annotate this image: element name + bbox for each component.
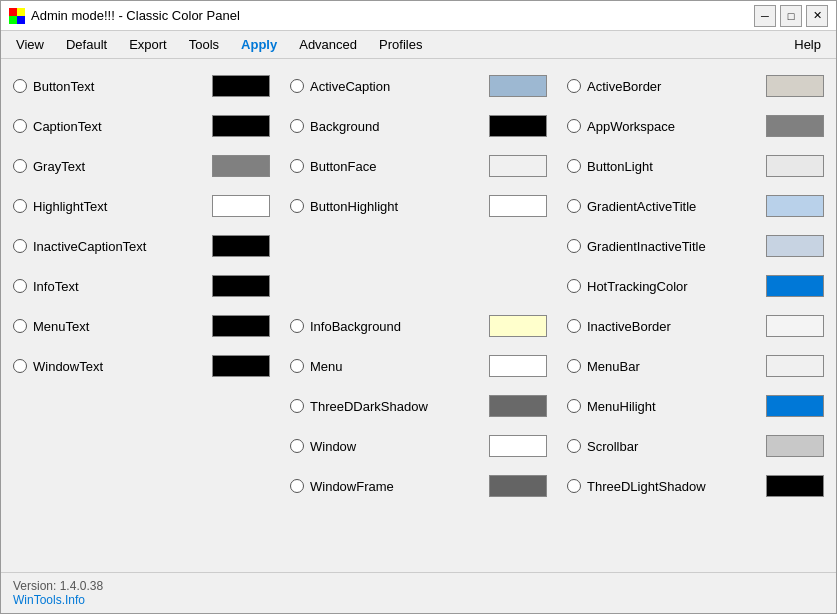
radio-button[interactable]	[290, 159, 304, 173]
color-swatch[interactable]	[489, 155, 547, 177]
col3: ActiveBorderAppWorkspaceButtonLightGradi…	[567, 67, 824, 505]
menu-export[interactable]: Export	[118, 32, 178, 57]
footer: Version: 1.4.0.38 WinTools.Info	[1, 572, 836, 613]
radio-button[interactable]	[13, 279, 27, 293]
list-item: InactiveBorder	[567, 307, 824, 345]
color-swatch[interactable]	[489, 195, 547, 217]
col1: ButtonTextCaptionTextGrayTextHighlightTe…	[13, 67, 270, 505]
item-label: ButtonText	[33, 79, 94, 94]
color-swatch[interactable]	[489, 435, 547, 457]
radio-button[interactable]	[567, 199, 581, 213]
radio-button[interactable]	[290, 119, 304, 133]
item-label: InfoText	[33, 279, 79, 294]
color-swatch[interactable]	[212, 235, 270, 257]
color-swatch[interactable]	[766, 355, 824, 377]
color-swatch[interactable]	[766, 475, 824, 497]
menu-bar: View Default Export Tools Apply Advanced…	[1, 31, 836, 59]
item-label: CaptionText	[33, 119, 102, 134]
radio-button[interactable]	[567, 399, 581, 413]
item-label: ButtonFace	[310, 159, 377, 174]
radio-button[interactable]	[567, 439, 581, 453]
item-label: ThreeDDarkShadow	[310, 399, 428, 414]
radio-button[interactable]	[567, 319, 581, 333]
menu-apply[interactable]: Apply	[230, 32, 288, 57]
list-item: Menu	[290, 347, 547, 385]
list-item: HighlightText	[13, 187, 270, 225]
list-item: GradientActiveTitle	[567, 187, 824, 225]
list-item: Scrollbar	[567, 427, 824, 465]
menu-tools[interactable]: Tools	[178, 32, 230, 57]
color-swatch[interactable]	[766, 155, 824, 177]
radio-button[interactable]	[13, 359, 27, 373]
item-label: MenuBar	[587, 359, 640, 374]
color-swatch[interactable]	[489, 315, 547, 337]
menu-profiles[interactable]: Profiles	[368, 32, 433, 57]
color-swatch[interactable]	[766, 315, 824, 337]
color-swatch[interactable]	[489, 475, 547, 497]
maximize-button[interactable]: □	[780, 5, 802, 27]
footer-link[interactable]: WinTools.Info	[13, 593, 824, 607]
close-button[interactable]: ✕	[806, 5, 828, 27]
color-swatch[interactable]	[212, 75, 270, 97]
radio-button[interactable]	[567, 159, 581, 173]
menu-advanced[interactable]: Advanced	[288, 32, 368, 57]
color-swatch[interactable]	[489, 115, 547, 137]
radio-button[interactable]	[13, 319, 27, 333]
radio-button[interactable]	[290, 359, 304, 373]
item-label: ActiveBorder	[587, 79, 661, 94]
color-swatch[interactable]	[212, 275, 270, 297]
menu-default[interactable]: Default	[55, 32, 118, 57]
color-swatch[interactable]	[489, 75, 547, 97]
list-item: HotTrackingColor	[567, 267, 824, 305]
color-swatch[interactable]	[489, 355, 547, 377]
radio-button[interactable]	[567, 279, 581, 293]
item-label: AppWorkspace	[587, 119, 675, 134]
color-swatch[interactable]	[766, 435, 824, 457]
color-swatch[interactable]	[766, 235, 824, 257]
menu-view[interactable]: View	[5, 32, 55, 57]
color-swatch[interactable]	[212, 155, 270, 177]
color-swatch[interactable]	[766, 115, 824, 137]
radio-button[interactable]	[290, 319, 304, 333]
col2: ActiveCaptionBackgroundButtonFaceButtonH…	[290, 67, 547, 505]
list-item	[290, 267, 547, 305]
item-label: WindowText	[33, 359, 103, 374]
radio-button[interactable]	[567, 239, 581, 253]
radio-button[interactable]	[290, 399, 304, 413]
color-swatch[interactable]	[766, 195, 824, 217]
content-area: ButtonTextCaptionTextGrayTextHighlightTe…	[1, 59, 836, 572]
color-swatch[interactable]	[212, 315, 270, 337]
list-item: InfoBackground	[290, 307, 547, 345]
radio-button[interactable]	[290, 79, 304, 93]
color-swatch[interactable]	[766, 75, 824, 97]
radio-button[interactable]	[13, 239, 27, 253]
minimize-button[interactable]: ─	[754, 5, 776, 27]
version-text: Version: 1.4.0.38	[13, 579, 824, 593]
radio-button[interactable]	[13, 119, 27, 133]
radio-button[interactable]	[567, 79, 581, 93]
radio-button[interactable]	[290, 479, 304, 493]
color-swatch[interactable]	[766, 395, 824, 417]
item-label: ThreeDLightShadow	[587, 479, 706, 494]
list-item: AppWorkspace	[567, 107, 824, 145]
list-item: ButtonFace	[290, 147, 547, 185]
radio-button[interactable]	[13, 79, 27, 93]
radio-button[interactable]	[13, 199, 27, 213]
list-item: CaptionText	[13, 107, 270, 145]
color-swatch[interactable]	[489, 395, 547, 417]
menu-help[interactable]: Help	[783, 32, 832, 57]
list-item: GrayText	[13, 147, 270, 185]
radio-button[interactable]	[290, 439, 304, 453]
color-swatch[interactable]	[212, 355, 270, 377]
color-swatch[interactable]	[766, 275, 824, 297]
radio-button[interactable]	[567, 479, 581, 493]
list-item: Background	[290, 107, 547, 145]
color-swatch[interactable]	[212, 115, 270, 137]
color-swatch[interactable]	[212, 195, 270, 217]
radio-button[interactable]	[290, 199, 304, 213]
radio-button[interactable]	[567, 119, 581, 133]
item-label: ButtonLight	[587, 159, 653, 174]
item-label: Window	[310, 439, 356, 454]
radio-button[interactable]	[567, 359, 581, 373]
radio-button[interactable]	[13, 159, 27, 173]
